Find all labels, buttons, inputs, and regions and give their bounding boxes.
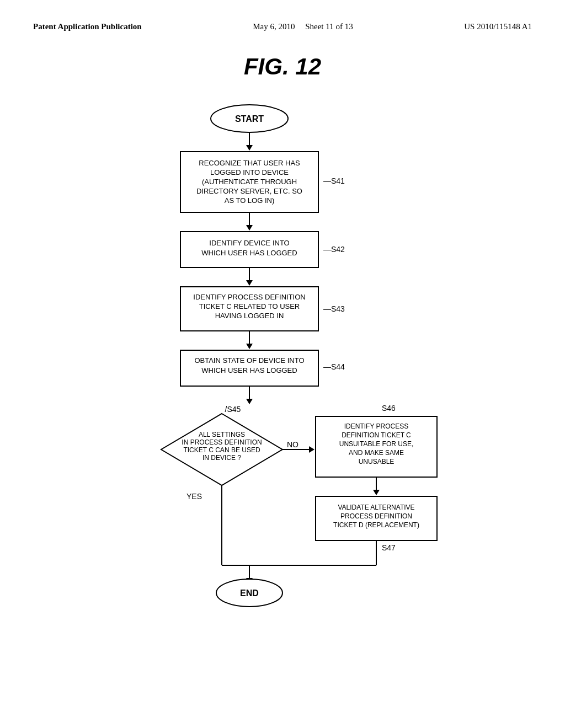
svg-marker-12 bbox=[246, 225, 253, 231]
flowchart: START RECOGNIZE THAT USER HAS LOGGED INT… bbox=[62, 97, 503, 676]
svg-text:RECOGNIZE THAT USER HAS: RECOGNIZE THAT USER HAS bbox=[199, 159, 300, 167]
svg-text:(AUTHENTICATE THROUGH: (AUTHENTICATE THROUGH bbox=[202, 178, 297, 186]
svg-marker-31 bbox=[246, 399, 253, 404]
svg-text:END: END bbox=[240, 588, 259, 598]
figure-title: FIG. 12 bbox=[0, 53, 565, 80]
svg-text:S47: S47 bbox=[382, 543, 396, 552]
svg-text:LOGGED INTO DEVICE: LOGGED INTO DEVICE bbox=[210, 168, 289, 176]
svg-text:WHICH USER HAS LOGGED: WHICH USER HAS LOGGED bbox=[201, 366, 297, 374]
svg-text:NO: NO bbox=[287, 440, 299, 449]
svg-text:—S43: —S43 bbox=[323, 304, 345, 313]
svg-text:HAVING LOGGED IN: HAVING LOGGED IN bbox=[215, 312, 284, 320]
svg-text:DIRECTORY SERVER, ETC. SO: DIRECTORY SERVER, ETC. SO bbox=[196, 187, 302, 195]
svg-text:—S44: —S44 bbox=[323, 362, 345, 371]
header-center: May 6, 2010 Sheet 11 of 13 bbox=[253, 22, 353, 31]
publication-label: Patent Application Publication bbox=[33, 22, 142, 31]
svg-text:TICKET D (REPLACEMENT): TICKET D (REPLACEMENT) bbox=[333, 521, 419, 529]
svg-text:START: START bbox=[235, 114, 264, 124]
svg-text:—S41: —S41 bbox=[323, 176, 345, 185]
svg-text:TICKET C CAN BE USED: TICKET C CAN BE USED bbox=[183, 446, 260, 454]
svg-text:IDENTIFY PROCESS DEFINITION: IDENTIFY PROCESS DEFINITION bbox=[193, 293, 305, 301]
svg-text:WHICH USER HAS LOGGED: WHICH USER HAS LOGGED bbox=[201, 249, 297, 257]
svg-text:IDENTIFY PROCESS: IDENTIFY PROCESS bbox=[344, 422, 408, 430]
svg-text:IN DEVICE ?: IN DEVICE ? bbox=[202, 454, 241, 462]
svg-text:DEFINITION TICKET C: DEFINITION TICKET C bbox=[342, 431, 411, 439]
svg-text:—S42: —S42 bbox=[323, 245, 345, 254]
svg-text:OBTAIN STATE OF DEVICE INTO: OBTAIN STATE OF DEVICE INTO bbox=[194, 356, 304, 365]
svg-text:UNUSABLE: UNUSABLE bbox=[359, 458, 395, 465]
page-header: Patent Application Publication May 6, 20… bbox=[0, 0, 565, 31]
svg-text:PROCESS DEFINITION: PROCESS DEFINITION bbox=[340, 512, 412, 520]
svg-marker-18 bbox=[246, 280, 253, 286]
svg-text:UNSUITABLE FOR USE,: UNSUITABLE FOR USE, bbox=[339, 440, 413, 448]
svg-text:/S45: /S45 bbox=[225, 405, 241, 414]
svg-text:S46: S46 bbox=[382, 404, 396, 413]
patent-number: US 2010/115148 A1 bbox=[464, 22, 532, 31]
sheet-label: Sheet 11 of 13 bbox=[305, 22, 353, 31]
svg-marker-3 bbox=[246, 145, 253, 151]
svg-text:AS TO LOG IN): AS TO LOG IN) bbox=[225, 196, 275, 205]
svg-text:VALIDATE ALTERNATIVE: VALIDATE ALTERNATIVE bbox=[338, 504, 414, 511]
svg-marker-25 bbox=[246, 344, 253, 349]
svg-text:ALL SETTINGS: ALL SETTINGS bbox=[199, 431, 245, 438]
svg-text:IDENTIFY DEVICE INTO: IDENTIFY DEVICE INTO bbox=[209, 239, 289, 247]
svg-text:TICKET C RELATED TO USER: TICKET C RELATED TO USER bbox=[199, 302, 300, 311]
svg-marker-49 bbox=[373, 490, 380, 495]
svg-text:AND MAKE SAME: AND MAKE SAME bbox=[349, 449, 404, 457]
svg-marker-40 bbox=[309, 446, 315, 453]
svg-text:IN PROCESS DEFINITION: IN PROCESS DEFINITION bbox=[182, 438, 262, 446]
svg-text:YES: YES bbox=[186, 492, 202, 501]
date-label: May 6, 2010 bbox=[253, 22, 295, 31]
